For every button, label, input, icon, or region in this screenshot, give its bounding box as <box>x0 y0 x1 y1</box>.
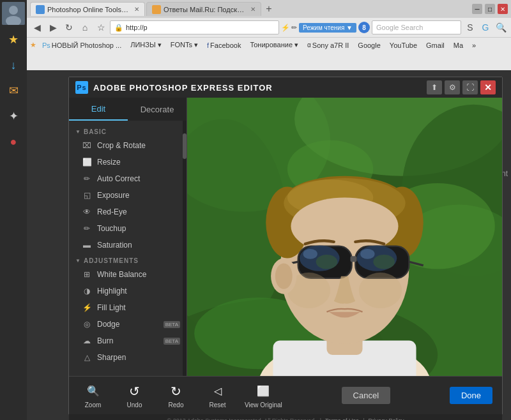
redo-tool[interactable]: ↻ Redo <box>162 383 190 409</box>
menu-item-crop[interactable]: ⌧ Crop & Rotate <box>69 137 187 154</box>
tools-icon[interactable]: ✦ <box>2 105 25 128</box>
ps-logo: Ps <box>75 81 88 94</box>
svg-point-32 <box>316 255 338 269</box>
bookmarks-bar: ★ Ps НОВЫЙ Photoshop ... ЛИНЗЫ ▾ FONTs ▾… <box>27 37 511 52</box>
dialog-close-button[interactable]: ✕ <box>480 80 496 94</box>
main-content: TRY IT FREE lement Ps ADOBE PHOTOSHOP EX… <box>27 70 511 420</box>
tab-edit[interactable]: Edit <box>69 98 128 121</box>
done-button[interactable]: Done <box>450 387 492 404</box>
svg-point-31 <box>360 249 374 259</box>
menu-item-autocorrect[interactable]: ✏ Auto Correct <box>69 170 187 187</box>
fullscreen-button[interactable]: ⛶ <box>462 80 478 94</box>
tab1-label: Photoshop Online Tools | Photo... <box>47 6 130 13</box>
tab1-icon <box>36 5 45 14</box>
bookmark-google[interactable]: Google <box>355 41 383 50</box>
bookmark-linzy[interactable]: ЛИНЗЫ ▾ <box>127 40 165 50</box>
refresh-button[interactable]: ↻ <box>62 20 76 34</box>
svg-point-30 <box>303 249 317 259</box>
address-bar[interactable]: 🔒 http://p <box>110 20 279 34</box>
menu-item-touchup[interactable]: ✏ Touchup <box>69 220 187 237</box>
chrome-icon: G <box>478 20 492 34</box>
menu-item-dodge[interactable]: ◎ Dodge BETA <box>69 316 187 333</box>
close-button[interactable]: ✕ <box>498 4 508 14</box>
menu-item-highlight[interactable]: ◑ Highlight <box>69 283 187 299</box>
pencil-icon: ✏ <box>291 24 297 32</box>
reset-icon: ◁ <box>210 383 226 400</box>
rss-icon[interactable]: ✉ <box>2 79 25 102</box>
share-button[interactable]: ⬆ <box>427 80 442 94</box>
nav-bar: ◀ ▶ ↻ ⌂ ☆ 🔒 http://p ⚡ ✏ Режим чтения ▼ … <box>27 18 511 37</box>
burn-icon: ☁ <box>82 336 92 346</box>
menu-item-sharpen[interactable]: △ Sharpen <box>69 349 187 366</box>
forward-button[interactable]: ▶ <box>46 20 60 34</box>
download-icon[interactable]: ↓ <box>2 54 25 77</box>
reset-tool[interactable]: ◁ Reset <box>203 383 232 409</box>
svg-point-33 <box>373 255 395 269</box>
resize-icon: ⬜ <box>82 157 92 167</box>
photo-area <box>187 98 502 376</box>
bookmark-photoshop[interactable]: Ps НОВЫЙ Photoshop ... <box>39 41 125 50</box>
maximize-button[interactable]: □ <box>485 4 495 14</box>
menu-item-redeye[interactable]: 👁 Red-Eye <box>69 204 187 220</box>
search-bar[interactable]: Google Search <box>372 20 461 34</box>
tab-1[interactable]: Photoshop Online Tools | Photo... ✕ <box>30 2 145 16</box>
bookmark-star[interactable]: ☆ <box>94 20 108 34</box>
bookmarks-more[interactable]: » <box>469 41 479 50</box>
tab1-close[interactable]: ✕ <box>134 6 139 13</box>
tab2-close[interactable]: ✕ <box>250 6 256 13</box>
bookmark-fonts[interactable]: FONTs ▾ <box>167 40 201 50</box>
search-placeholder: Google Search <box>376 24 423 31</box>
dialog-body: Edit Decorate ▼ BASIC ⌧ Crop & Rotate ⬜ <box>69 98 502 376</box>
bookmark-ma[interactable]: Ma <box>450 41 466 50</box>
search-icon[interactable]: 🔍 <box>494 20 508 34</box>
reader-mode-button[interactable]: Режим чтения ▼ <box>299 23 356 33</box>
basic-section-header: ▼ BASIC <box>69 124 187 137</box>
star-icon[interactable]: ★ <box>2 28 25 51</box>
browser-chrome: Photoshop Online Tools | Photo... ✕ Отве… <box>27 0 511 70</box>
tab-2[interactable]: Ответы Mail.Ru: Подскажите он... ✕ <box>146 2 261 16</box>
settings-dialog-button[interactable]: ⚙ <box>445 80 460 94</box>
back-button[interactable]: ◀ <box>30 20 44 34</box>
menu-item-resize[interactable]: ⬜ Resize <box>69 154 187 170</box>
photo-svg <box>187 98 502 376</box>
privacy-link[interactable]: Privacy Policy <box>368 417 404 420</box>
bookmark-youtube[interactable]: YouTube <box>386 41 420 50</box>
minimize-button[interactable]: ─ <box>472 4 482 14</box>
bookmark-sony[interactable]: αSony a7R II <box>304 41 352 50</box>
bookmark-gmail[interactable]: Gmail <box>423 41 448 50</box>
view-original-tool[interactable]: ⬜ View Original <box>245 383 282 409</box>
menu-item-saturation[interactable]: ▬ Saturation <box>69 237 187 253</box>
settings-button[interactable]: S <box>463 20 477 34</box>
left-panel: Edit Decorate ▼ BASIC ⌧ Crop & Rotate ⬜ <box>69 98 187 376</box>
menu-item-whitebalance[interactable]: ⊞ White Balance <box>69 266 187 283</box>
zoom-tool[interactable]: 🔍 Zoom <box>79 383 107 409</box>
svg-point-1 <box>9 6 18 15</box>
crop-icon: ⌧ <box>82 140 92 151</box>
highlight-label: Highlight <box>97 287 127 296</box>
panel-scrollbar[interactable] <box>183 121 187 376</box>
redo-icon: ↻ <box>168 383 185 400</box>
tab-decorate[interactable]: Decorate <box>128 98 187 121</box>
home-button[interactable]: ⌂ <box>78 20 92 34</box>
touchup-icon: ✏ <box>82 223 92 234</box>
menu-item-burn[interactable]: ☁ Burn BETA <box>69 333 187 349</box>
new-tab-button[interactable]: + <box>263 3 275 15</box>
terms-link[interactable]: Terms of Use <box>325 417 359 420</box>
dialog-header: Ps ADOBE PHOTOSHOP EXPRESS EDITOR ⬆ ⚙ ⛶ … <box>69 77 502 98</box>
redeye-icon: 👁 <box>82 207 92 217</box>
bookmark-facebook[interactable]: f Facebook <box>204 41 244 50</box>
mail-icon[interactable]: 8 <box>358 22 370 33</box>
saturation-icon: ▬ <box>82 240 92 250</box>
dialog-footer: © 2013 Adobe Systems Incorporated. All R… <box>69 414 502 420</box>
menu-item-filllight[interactable]: ⚡ Fill Light <box>69 299 187 316</box>
left-sidebar: ★ ↓ ✉ ✦ ● <box>0 0 27 420</box>
cancel-button[interactable]: Cancel <box>342 387 390 404</box>
menu-item-exposure[interactable]: ◱ Exposure <box>69 187 187 204</box>
games-icon[interactable]: ● <box>2 130 25 153</box>
bookmarks-star-icon: ★ <box>30 41 36 49</box>
undo-tool[interactable]: ↺ Undo <box>120 383 149 409</box>
panel-content: ▼ BASIC ⌧ Crop & Rotate ⬜ Resize ✏ Auto … <box>69 121 187 376</box>
dodge-icon: ◎ <box>82 319 92 329</box>
adjustments-section-header: ▼ ADJUSTMENTS <box>69 253 187 266</box>
bookmark-tonirovaniye[interactable]: Тонирование ▾ <box>247 40 301 50</box>
